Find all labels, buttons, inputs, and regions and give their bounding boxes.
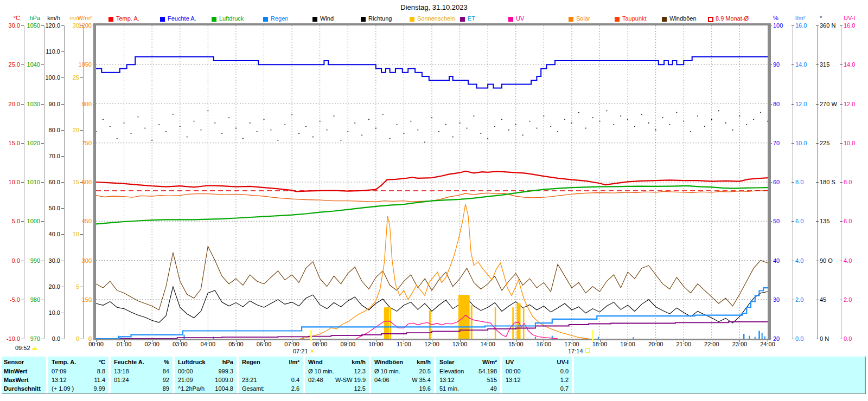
axis-tick <box>792 339 794 339</box>
series-regen-rate <box>598 337 599 339</box>
axis-tick-label: 1040 <box>16 61 40 68</box>
table-cell: 999.3 <box>218 367 233 375</box>
axis-tick-label: 8.0 <box>844 179 867 185</box>
legend-swatch-temp-a- <box>108 17 113 22</box>
series-richtung <box>676 112 678 113</box>
axis-tick-label: 450 <box>68 218 92 224</box>
series-regen-rate <box>633 337 634 339</box>
legend-label: Feuchte A. <box>168 15 196 22</box>
table-cell: 9.99 <box>94 385 105 392</box>
chart-canvas[interactable] <box>96 25 768 339</box>
series-sonnenschein <box>429 311 431 339</box>
axis-tick <box>61 51 64 52</box>
axis-tick <box>61 313 64 313</box>
series-regen-rate <box>758 331 760 339</box>
series-regen-rate <box>749 336 750 339</box>
table-cell: 00:00 <box>506 367 521 375</box>
table-cell: % <box>164 358 169 366</box>
legend-swatch-feuchte-a- <box>160 17 165 22</box>
twilight-time-label: 09:52 <box>15 345 30 351</box>
axis-tick-label: 1000 <box>16 218 40 224</box>
table-cell: 13:18 <box>114 367 129 375</box>
axis-tick-label: 90.0 <box>36 101 60 107</box>
axis-tick <box>816 64 819 65</box>
axis-tick-label: 10 <box>55 231 79 237</box>
axis-tick <box>840 64 843 65</box>
series-richtung <box>641 114 642 115</box>
series-richtung <box>312 137 314 138</box>
axis-tick <box>41 64 44 65</box>
legend-label: Richtung <box>368 15 392 22</box>
table-cell: 13:12 <box>439 376 455 384</box>
table-cell: Gesamt: <box>242 385 265 392</box>
series-richtung <box>459 122 461 124</box>
series-richtung <box>431 117 432 118</box>
series-regen-rate <box>743 334 745 339</box>
legend-swatch-et <box>460 17 465 22</box>
axis-tick-label: 0.0 <box>844 335 867 342</box>
series-regen-rate <box>764 337 765 339</box>
axis-tick-label: 110.0 <box>36 48 60 55</box>
axis-tick <box>41 221 44 222</box>
axis-unit-W/m²: W/m² <box>68 15 92 21</box>
series-richtung <box>613 124 614 125</box>
series-richtung <box>537 128 538 129</box>
series-richtung <box>144 128 145 129</box>
axis-tick <box>80 234 83 235</box>
series-richtung <box>445 124 446 125</box>
sunset-marker-tick <box>592 330 593 341</box>
x-axis-tick <box>320 340 321 342</box>
weather-day-chart-window: Dienstag, 31.10.2023 Temp. A.Feuchte A.L… <box>0 0 868 401</box>
series-richtung <box>424 141 425 143</box>
table-panel-empty <box>574 357 865 393</box>
series-richtung <box>508 130 509 131</box>
sunrise-marker-tick <box>310 330 312 341</box>
series-richtung <box>467 128 468 129</box>
x-axis-tick <box>656 340 656 342</box>
axis-tick <box>816 339 819 339</box>
x-axis-tick <box>684 340 684 342</box>
series-richtung <box>131 133 132 134</box>
axis-tick-label: 2.0 <box>844 296 867 303</box>
series-richtung <box>544 115 545 117</box>
axis-unit-%: % <box>773 15 797 21</box>
series-richtung <box>404 133 405 134</box>
x-axis-tick <box>236 340 237 342</box>
table-cell: 0.0 <box>560 367 569 375</box>
series-richtung <box>627 119 628 120</box>
axis-tick <box>80 287 83 287</box>
series-richtung <box>151 140 152 141</box>
series-richtung <box>375 128 376 129</box>
table-panel-luftdruck: LuftdruckhPa00:00999.321:091009.0^1.2hPa… <box>175 357 237 393</box>
table-cell: 20.5 <box>419 367 431 375</box>
x-axis-tick <box>739 340 740 342</box>
table-panel-sensor: SensorMinWertMaxWertDurchschnitt <box>2 357 46 393</box>
table-cell: 13:12 <box>52 376 67 384</box>
table-cell: 0.4 <box>291 376 299 384</box>
twilight-time: 09:52 <box>15 345 37 351</box>
table-row-label: MinWert <box>4 367 27 375</box>
series-richtung <box>382 114 384 115</box>
sun-low-icon <box>32 347 37 350</box>
series-richtung <box>585 128 586 129</box>
table-cell: 2.6 <box>291 385 299 392</box>
series-richtung <box>557 131 558 132</box>
series-richtung <box>711 119 712 120</box>
legend-swatch-uv <box>508 17 513 22</box>
series-richtung <box>277 140 278 141</box>
x-axis-tick <box>432 340 432 342</box>
axis-tick-label: 300 <box>68 257 92 264</box>
axis-tick <box>41 300 44 300</box>
series-richtung <box>599 121 601 122</box>
table-cell: Regen <box>242 358 260 366</box>
axis-tick <box>840 221 843 222</box>
axis-tick-label: 5 <box>55 283 79 290</box>
series-richtung <box>592 117 593 118</box>
axis-tick-label: 980 <box>16 296 40 303</box>
x-axis-tick <box>180 340 181 342</box>
table-cell: km/h <box>352 358 366 366</box>
series-richtung <box>697 115 698 117</box>
table-cell: 0.7 <box>560 385 569 392</box>
series-richtung <box>110 126 111 127</box>
table-cell: 1004.8 <box>215 385 233 392</box>
